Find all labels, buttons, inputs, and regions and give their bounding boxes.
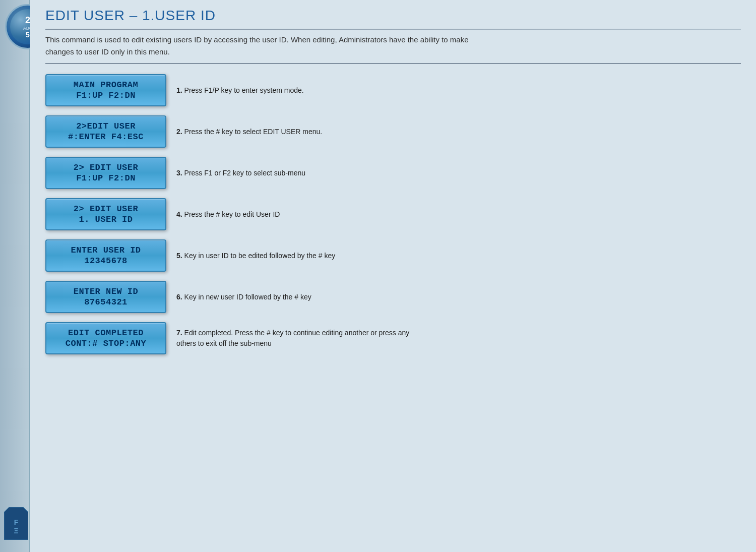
step-number-1: 1. xyxy=(176,86,184,94)
step-number-6: 6. xyxy=(176,293,184,301)
screen-line1-3: 2> EDIT USER xyxy=(54,163,158,172)
logo-number-bottom: 5 xyxy=(26,31,30,39)
dti-icon: F Ξ xyxy=(4,507,28,540)
step-description-3: 3. Press F1 or F2 key to select sub-menu xyxy=(176,168,305,178)
bottom-logo: F Ξ xyxy=(4,507,29,542)
step-number-4: 4. xyxy=(176,210,184,218)
left-sidebar xyxy=(0,0,30,552)
step-row-1: MAIN PROGRAMF1:UP F2:DN1. Press F1/P key… xyxy=(45,74,741,106)
logo-number-top: 2 xyxy=(25,15,30,26)
step-row-2: 2>EDIT USER#:ENTER F4:ESC2. Press the # … xyxy=(45,115,741,148)
screen-box-2: 2>EDIT USER#:ENTER F4:ESC xyxy=(45,115,166,148)
header-divider xyxy=(45,29,741,30)
step-row-3: 2> EDIT USERF1:UP F2:DN3. Press F1 or F2… xyxy=(45,157,741,189)
step-row-6: ENTER NEW ID876543216. Key in new user I… xyxy=(45,281,741,313)
step-row-5: ENTER USER ID123456785. Key in user ID t… xyxy=(45,239,741,272)
screen-line2-5: 12345678 xyxy=(54,256,158,266)
screen-line1-1: MAIN PROGRAM xyxy=(54,80,158,90)
screen-line2-4: 1. USER ID xyxy=(54,215,158,224)
step-number-7: 7. xyxy=(176,329,184,337)
step-description-4: 4. Press the # key to edit User ID xyxy=(176,209,280,220)
screen-line2-7: CONT:# STOP:ANY xyxy=(54,339,158,348)
step-description-1: 1. Press F1/P key to enter system mode. xyxy=(176,85,304,96)
step-description-7: 7. Edit completed. Press the # key to co… xyxy=(176,328,428,349)
screen-line2-3: F1:UP F2:DN xyxy=(54,173,158,183)
step-row-4: 2> EDIT USER1. USER ID4. Press the # key… xyxy=(45,198,741,230)
page-description: This command is used to edit existing us… xyxy=(45,34,499,58)
screen-box-5: ENTER USER ID12345678 xyxy=(45,239,166,272)
svg-text:Ξ: Ξ xyxy=(14,527,18,535)
screen-box-6: ENTER NEW ID87654321 xyxy=(45,281,166,313)
screen-line1-4: 2> EDIT USER xyxy=(54,204,158,214)
screen-line1-7: EDIT COMPLETED xyxy=(54,328,158,338)
screen-line2-1: F1:UP F2:DN xyxy=(54,91,158,100)
screen-box-4: 2> EDIT USER1. USER ID xyxy=(45,198,166,230)
main-content: EDIT USER – 1.USER ID This command is us… xyxy=(30,0,756,552)
screen-box-3: 2> EDIT USERF1:UP F2:DN xyxy=(45,157,166,189)
screen-box-7: EDIT COMPLETEDCONT:# STOP:ANY xyxy=(45,322,166,354)
step-row-7: EDIT COMPLETEDCONT:# STOP:ANY7. Edit com… xyxy=(45,322,741,354)
page-title: EDIT USER – 1.USER ID xyxy=(45,8,741,24)
screen-line1-6: ENTER NEW ID xyxy=(54,287,158,296)
screen-line2-6: 87654321 xyxy=(54,297,158,307)
screen-box-1: MAIN PROGRAMF1:UP F2:DN xyxy=(45,74,166,106)
step-description-6: 6. Key in new user ID followed by the # … xyxy=(176,292,311,302)
step-description-2: 2. Press the # key to select EDIT USER m… xyxy=(176,127,322,137)
step-number-3: 3. xyxy=(176,169,184,177)
steps-container: MAIN PROGRAMF1:UP F2:DN1. Press F1/P key… xyxy=(45,74,741,354)
step-number-2: 2. xyxy=(176,128,184,136)
page-header: EDIT USER – 1.USER ID This command is us… xyxy=(45,8,741,64)
screen-line1-2: 2>EDIT USER xyxy=(54,121,158,131)
step-description-5: 5. Key in user ID to be edited followed … xyxy=(176,251,335,261)
screen-line2-2: #:ENTER F4:ESC xyxy=(54,132,158,142)
screen-line1-5: ENTER USER ID xyxy=(54,246,158,255)
step-number-5: 5. xyxy=(176,252,184,260)
svg-text:F: F xyxy=(14,518,19,526)
